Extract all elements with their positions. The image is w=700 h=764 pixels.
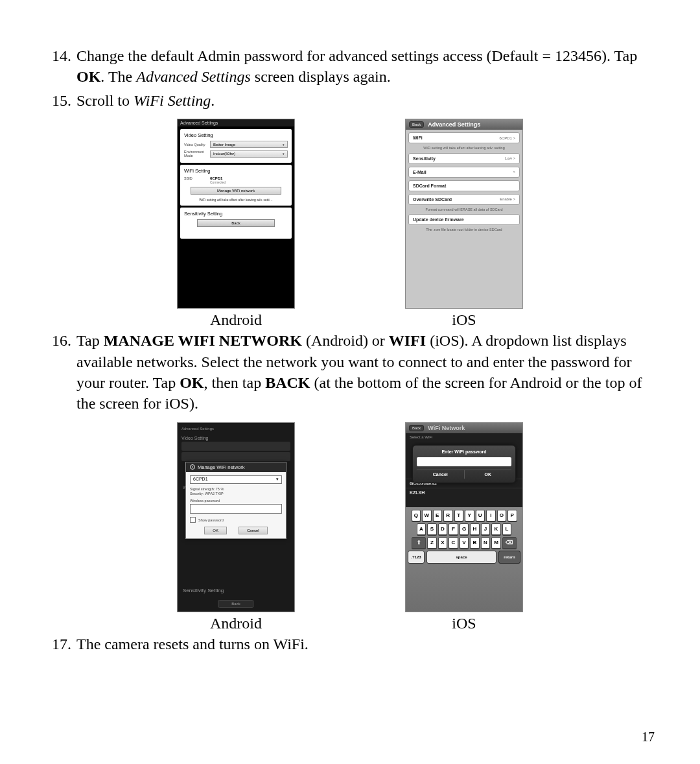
panel-heading: WiFi Setting (184, 168, 288, 174)
key: WiFi (413, 136, 423, 140)
key-t[interactable]: T (454, 510, 464, 521)
bg-row (181, 452, 290, 461)
key-return[interactable]: return (498, 551, 520, 564)
key: Update device firmware (413, 217, 464, 222)
step-number: 14. (45, 45, 76, 88)
sensitivity-cell[interactable]: SensitivityLow > (408, 153, 520, 164)
key-z[interactable]: Z (427, 537, 437, 549)
cancel-button[interactable]: Cancel (239, 527, 268, 534)
value: Indoor(50hz) (213, 150, 235, 157)
password-popup: Enter WiFi password Cancel OK (412, 445, 516, 483)
figure-row-1: Advanced Settings Video Setting Video Qu… (45, 119, 655, 329)
key-symbols[interactable]: .?123 (408, 551, 425, 564)
ssid-status: Connected (210, 180, 226, 184)
password-label: Wireless password (190, 499, 282, 503)
email-cell[interactable]: E-Mail> (408, 167, 520, 178)
key-h[interactable]: H (470, 523, 480, 535)
key-k[interactable]: K (491, 523, 501, 535)
checkbox-icon (190, 517, 196, 523)
key-p[interactable]: P (508, 510, 517, 521)
bg-sens-setting: Sensitivity Setting (183, 588, 224, 593)
key-w[interactable]: W (422, 510, 432, 521)
kbd-row-4: .?123 space return (408, 551, 520, 564)
key-n[interactable]: N (481, 537, 491, 549)
back-button[interactable]: Back (197, 219, 275, 227)
key-j[interactable]: J (481, 523, 491, 535)
key-a[interactable]: A (417, 523, 426, 535)
caption: Android (210, 615, 262, 632)
nav-title: WiFi Network (428, 425, 465, 431)
select-label: Select a WiFi (406, 433, 522, 441)
wifi-item[interactable]: KZLXH (406, 488, 522, 497)
ok-button[interactable]: OK (465, 470, 512, 479)
security: Security: WPA2 TKIP (190, 492, 224, 495)
key-f[interactable]: F (449, 523, 458, 535)
sdcard-format-cell[interactable]: SDCard Format (408, 180, 520, 191)
step-number: 15. (45, 90, 76, 111)
value: Better Image (213, 141, 235, 148)
key-b[interactable]: B (470, 537, 480, 549)
key-s[interactable]: S (427, 523, 437, 535)
show-password-check[interactable]: Show password (190, 517, 282, 523)
env-mode-select[interactable]: Indoor(50hz)▾ (210, 150, 288, 158)
back-button[interactable]: Back (409, 121, 424, 128)
key-m[interactable]: M (491, 537, 501, 549)
video-quality-select[interactable]: Better Image▾ (210, 141, 288, 148)
key-u[interactable]: U (476, 510, 485, 521)
key-backspace[interactable]: ⌫ (502, 537, 517, 549)
format-note: Format command will ERASE all data of SD… (408, 208, 520, 212)
wifi-panel: WiFi Setting SSID 6CPD1 Connected Manage… (180, 165, 292, 206)
signal: Signal strength: 75 % (190, 487, 224, 491)
figure-ios-b: Back WiFi Network Select a WiFi GOAGGIES… (405, 422, 523, 632)
key-x[interactable]: X (438, 537, 448, 549)
figure-ios-a: Back Advanced Settings WiFi6CPD1 > WiFi … (405, 119, 523, 329)
manual-page: 14. Change the default Admin password fo… (0, 0, 700, 683)
step-list-cont2: 17. The camera resets and turns on WiFi. (45, 634, 655, 654)
back-button[interactable]: Back (218, 600, 253, 608)
overwrite-sdcard-cell[interactable]: Overwrite SDCardEnable > (408, 194, 520, 205)
key-i[interactable]: I (486, 510, 496, 521)
text: Scroll to (76, 92, 134, 109)
wifi-cell[interactable]: WiFi6CPD1 > (408, 132, 520, 143)
value: Enable > (500, 197, 515, 201)
video-panel: Video Setting Video Quality Better Image… (180, 129, 292, 163)
caption: iOS (452, 615, 476, 632)
key: SDCard Format (413, 184, 446, 188)
key-y[interactable]: Y (465, 510, 474, 521)
key-shift[interactable]: ⇧ (412, 537, 426, 549)
key-v[interactable]: V (460, 537, 469, 549)
manage-wifi-button[interactable]: Manage WiFi network (191, 187, 281, 195)
dialog-title: Manage WiFi network (186, 462, 286, 472)
keyboard: QWERTYUIOP ASDFGHJKL ⇧ZXCVBNM⌫ .?123 spa… (406, 507, 522, 612)
key-space[interactable]: space (426, 551, 496, 564)
key-g[interactable]: G (460, 523, 469, 535)
step-17: 17. The camera resets and turns on WiFi. (45, 634, 655, 654)
step-list: 14. Change the default Admin password fo… (45, 45, 655, 111)
key-c[interactable]: C (449, 537, 458, 549)
step-text: The camera resets and turns on WiFi. (76, 634, 655, 654)
key-r[interactable]: R (443, 510, 453, 521)
wifi-list: Select a WiFi GOAGGIES2 KZLXH Enter WiFi… (406, 433, 522, 507)
password-input[interactable] (190, 504, 282, 514)
figure-android-a: Advanced Settings Video Setting Video Qu… (177, 119, 295, 329)
key-d[interactable]: D (438, 523, 448, 535)
check-label: Show password (198, 518, 224, 522)
update-firmware-cell[interactable]: Update device firmware (408, 214, 520, 225)
ok-button[interactable]: OK (204, 527, 227, 534)
ssid-select[interactable]: 6CPD1▾ (190, 475, 282, 484)
bg-row (181, 442, 290, 451)
key-l[interactable]: L (502, 523, 512, 535)
back-button[interactable]: Back (409, 425, 424, 431)
key-e[interactable]: E (433, 510, 443, 521)
password-input[interactable] (417, 457, 511, 466)
android-wifi-dialog: Advanced Settings Video Setting W Sensit… (177, 422, 295, 612)
text: , then tap (204, 374, 266, 391)
key-q[interactable]: Q (412, 510, 421, 521)
ok-label: OK (180, 374, 204, 391)
text: Tap (76, 332, 104, 349)
step-list-cont: 16. Tap MANAGE WIFI NETWORK (Android) or… (45, 330, 655, 414)
step-15: 15. Scroll to WiFi Setting. (45, 90, 655, 111)
wifi-hint: WiFi setting will take effect after leav… (184, 197, 288, 202)
key-o[interactable]: O (497, 510, 507, 521)
cancel-button[interactable]: Cancel (417, 470, 465, 479)
